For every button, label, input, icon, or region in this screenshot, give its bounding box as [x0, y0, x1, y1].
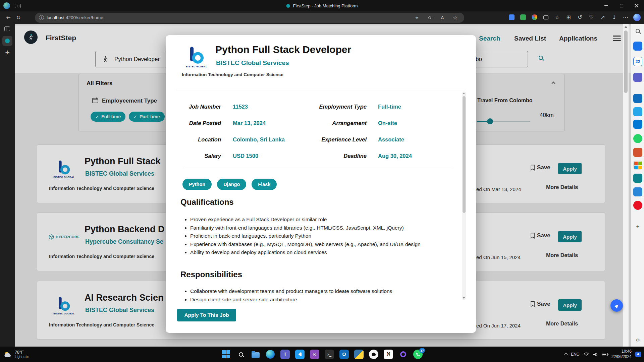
teams-app-icon[interactable] [633, 73, 642, 82]
volume-icon[interactable] [593, 352, 598, 357]
cloud-app-icon[interactable] [633, 120, 642, 129]
office-app-icon[interactable] [633, 161, 642, 170]
whatsapp-app-icon[interactable] [633, 134, 642, 143]
edge-sidebar: 22 [631, 24, 644, 347]
browser-essentials-icon[interactable] [586, 13, 596, 22]
file-explorer-icon[interactable] [251, 350, 260, 359]
battery-icon[interactable] [602, 353, 608, 356]
detail-label: Experience Level [293, 136, 367, 143]
taskbar-search-icon[interactable] [236, 350, 246, 359]
whatsapp-badge: 37 [419, 348, 425, 353]
settings-menu-icon[interactable] [621, 13, 631, 22]
sidebar-search-icon[interactable] [633, 26, 642, 36]
extensions-puzzle-icon[interactable] [529, 13, 539, 22]
extension-icon-green[interactable] [518, 13, 528, 22]
address-bar[interactable]: i localhost:4200/seeker/home [35, 13, 464, 23]
python-icon[interactable] [354, 350, 364, 359]
split-screen-icon[interactable] [541, 13, 551, 22]
new-tab-icon[interactable] [4, 49, 11, 55]
scroll-up-arrow-icon[interactable] [625, 26, 627, 28]
visual-studio-icon[interactable] [310, 350, 319, 359]
language-indicator[interactable]: ENG [571, 352, 580, 357]
github-icon[interactable] [369, 350, 378, 359]
wifi-icon[interactable] [583, 352, 589, 357]
bullet-item: Experience with databases (e.g., MySQL, … [190, 240, 462, 249]
detail-value: Colombo, Sri Lanka [233, 136, 285, 143]
desktop-screen: FirstStep - Job Matching Platform i loca… [0, 0, 644, 362]
detail-value: Associate [378, 136, 404, 143]
start-button[interactable] [221, 350, 231, 359]
qualifications-list: Proven experience as a Full Stack Develo… [180, 216, 462, 257]
minimize-button[interactable] [599, 0, 614, 11]
bullet-item: Proficient in back-end languages, partic… [190, 232, 462, 240]
favorites-bar-icon[interactable] [552, 13, 562, 22]
scrollbar-thumb[interactable] [624, 31, 628, 93]
web-capture-icon[interactable] [15, 4, 21, 8]
blue-app-icon[interactable] [633, 187, 642, 196]
tray-overflow-icon[interactable] [564, 353, 568, 356]
calendar-app-icon[interactable]: 22 [633, 57, 642, 66]
modal-industry: Information Technology and Computer Scie… [182, 72, 283, 77]
outlook-app-icon[interactable] [633, 94, 642, 103]
browser-tab[interactable]: FirstStep - Job Matching Platform [286, 3, 358, 8]
tag-python[interactable]: Python [182, 179, 212, 190]
page-viewport: FirstStep Search Saved List Applications… [15, 24, 631, 347]
modal-company-link[interactable]: BISTEC Global Services [216, 59, 289, 67]
extension-icon-blue[interactable] [506, 13, 517, 22]
modal-scrollbar-thumb[interactable] [463, 96, 466, 213]
tab-actions-icon[interactable] [4, 26, 10, 31]
read-aloud-icon[interactable] [437, 13, 447, 22]
modal-scroll-area[interactable]: BISTEC GLOBAL Python Full Stack Develope… [166, 35, 476, 302]
windows-taskbar: 78°FLight rain T >_ O N 37 ENG [0, 347, 644, 362]
password-key-icon[interactable] [425, 13, 435, 22]
history-icon[interactable] [575, 13, 585, 22]
weather-widget[interactable]: 78°FLight rain [3, 347, 29, 362]
job-details-modal: BISTEC GLOBAL Python Full Stack Develope… [166, 35, 476, 333]
detail-value: Mar 13, 2024 [233, 120, 266, 126]
page-scrollbar[interactable] [623, 24, 629, 347]
weather-condition: Light rain [15, 355, 29, 359]
tag-django[interactable]: Django [217, 179, 246, 190]
sidebar-add-icon[interactable] [633, 222, 642, 231]
maximize-button[interactable] [614, 0, 629, 11]
downloads-icon[interactable] [609, 13, 619, 22]
teams-icon[interactable]: T [280, 350, 290, 359]
job-details-grid: Job Number 11523 Employment Type Full-ti… [166, 100, 476, 165]
notification-badge[interactable] [635, 352, 641, 357]
notion-icon[interactable]: N [384, 350, 393, 359]
teal-app-icon[interactable] [633, 174, 642, 183]
bing-app-icon[interactable] [633, 42, 642, 51]
floating-location-button[interactable] [610, 299, 623, 312]
outlook-icon[interactable]: O [339, 350, 349, 359]
close-button[interactable] [629, 0, 644, 11]
clock[interactable]: 10:4622/06/2024 [611, 349, 632, 359]
powerpoint-app-icon[interactable] [633, 148, 642, 157]
vscode-icon[interactable] [295, 350, 305, 359]
tag-flask[interactable]: Flask [252, 179, 277, 190]
detail-value: USD 1500 [233, 153, 258, 159]
modal-scrollbar[interactable] [462, 92, 466, 300]
copilot-icon[interactable] [632, 13, 642, 22]
detail-label: Salary [172, 153, 221, 159]
sidebar-settings-icon[interactable] [633, 336, 642, 345]
loop-icon[interactable] [398, 350, 408, 359]
terminal-icon[interactable]: >_ [325, 350, 334, 359]
apply-to-this-job-button[interactable]: Apply To This Job [177, 309, 236, 321]
collections-icon[interactable] [564, 13, 574, 22]
qualifications-heading: Qualifications [180, 197, 234, 207]
back-button[interactable] [3, 13, 13, 22]
share-icon[interactable] [598, 13, 608, 22]
active-tab-favicon[interactable] [2, 36, 12, 46]
tray-time: 10:46 [611, 349, 632, 354]
site-info-icon[interactable]: i [39, 15, 44, 20]
favorite-star-icon[interactable] [450, 13, 460, 22]
red-app-icon[interactable] [633, 201, 642, 210]
whatsapp-icon[interactable]: 37 [413, 350, 423, 359]
onedrive-app-icon[interactable] [633, 107, 642, 116]
location-permission-icon[interactable] [412, 13, 422, 22]
modal-job-title: Python Full Stack Developer [215, 44, 351, 55]
profile-avatar-icon[interactable] [3, 2, 10, 9]
refresh-button[interactable] [13, 13, 23, 22]
edge-icon[interactable] [266, 350, 275, 359]
close-icon [635, 4, 639, 8]
